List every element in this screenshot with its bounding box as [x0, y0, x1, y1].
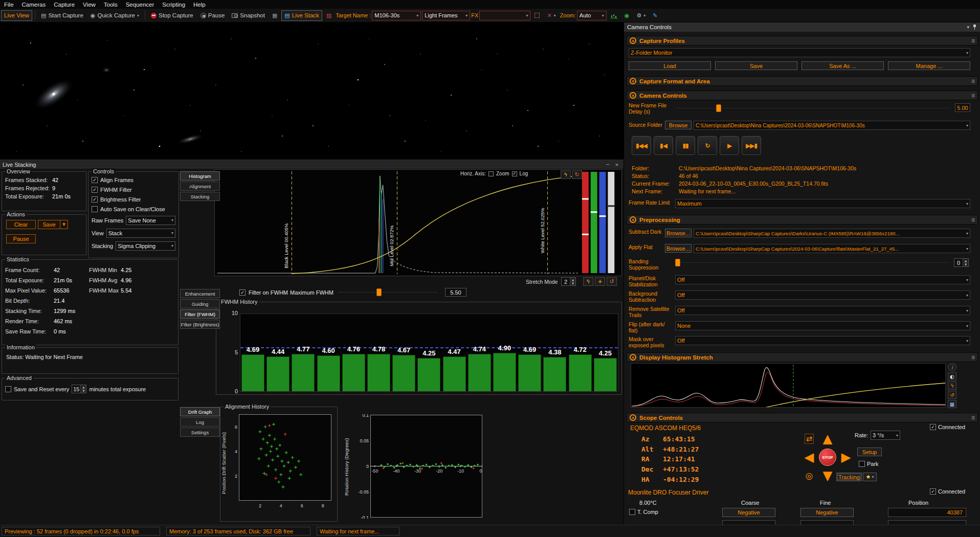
- view-select[interactable]: Stack▾: [106, 229, 175, 238]
- spin-up-icon[interactable]: ▲: [963, 259, 968, 263]
- reset-levels-icon[interactable]: ↺: [607, 277, 617, 286]
- delay-value[interactable]: 5.00: [955, 103, 970, 112]
- zoom-select[interactable]: Auto▾: [577, 11, 607, 20]
- subtract-dark-select[interactable]: C:\Users\pcast\Desktop\SharpCap Captures…: [694, 229, 970, 238]
- menu-item-capture[interactable]: Capture: [50, 0, 79, 9]
- spin-up-icon[interactable]: ▲: [81, 385, 86, 389]
- save-button[interactable]: Save: [38, 220, 60, 229]
- tab-alignment[interactable]: Alignment: [180, 182, 220, 191]
- zoom-checkbox[interactable]: [488, 171, 494, 176]
- histogram-tool-button[interactable]: [608, 10, 620, 21]
- slider-thumb[interactable]: [716, 104, 721, 112]
- skip-to-last-button[interactable]: ▶▶▮: [742, 136, 761, 155]
- slew-right-button[interactable]: ▶: [837, 449, 855, 466]
- skip-to-first-button[interactable]: ▮◀◀: [632, 136, 651, 155]
- collapse-icon[interactable]: ∧: [630, 216, 636, 223]
- filter-on-fwhm-checkbox[interactable]: ✓: [239, 289, 246, 296]
- capture-format-header[interactable]: ∨ Capture Format and Area ≡: [627, 76, 978, 86]
- display-button[interactable]: ▦: [269, 10, 280, 21]
- quick-capture-button[interactable]: ◉Quick Capture▾: [87, 10, 142, 21]
- menu-item-sequencer[interactable]: Sequencer: [122, 0, 159, 9]
- settings-button[interactable]: ⚙▾: [633, 10, 649, 21]
- collapse-icon[interactable]: ∧: [630, 37, 636, 44]
- live-stack-button[interactable]: ▤Live Stack: [281, 10, 322, 21]
- menu-item-help[interactable]: Help: [189, 0, 210, 9]
- tab-drift-graph[interactable]: Drift Graph: [180, 407, 220, 416]
- menu-item-cameras[interactable]: Cameras: [18, 0, 50, 9]
- tab-stacking[interactable]: Stacking: [180, 192, 220, 201]
- log-checkbox[interactable]: ✓: [512, 171, 517, 176]
- browse-button[interactable]: Browse: [665, 121, 692, 129]
- fine-negative-button[interactable]: Negative: [800, 508, 854, 517]
- raw-frames-select[interactable]: Save None▾: [126, 216, 175, 225]
- clear-fx-button[interactable]: ✕▾: [544, 10, 559, 21]
- snapshot-button[interactable]: Snapshot: [229, 10, 268, 21]
- maximum-fwhm-value[interactable]: 5.50: [445, 288, 466, 297]
- slider-thumb[interactable]: [376, 288, 382, 296]
- channel-level-bars[interactable]: [582, 172, 614, 273]
- annotation-button[interactable]: ▨: [323, 10, 335, 21]
- auto-stretch-icon[interactable]: ϟ: [561, 170, 571, 179]
- clear-button[interactable]: Clear: [6, 220, 36, 229]
- save-options-icon[interactable]: ▼: [60, 220, 68, 229]
- clipped-control[interactable]: [888, 520, 966, 525]
- clipped-control[interactable]: [800, 520, 854, 525]
- save-button[interactable]: Save: [715, 61, 797, 70]
- auto-stretch-icon[interactable]: ϟ: [948, 382, 956, 390]
- reset-minutes-spinner[interactable]: 15▲▼: [72, 385, 86, 393]
- slew-down-button[interactable]: ▼: [819, 467, 836, 484]
- pin-icon[interactable]: [972, 24, 977, 30]
- frame-rate-select[interactable]: Maximum▾: [675, 199, 970, 208]
- stacking-select[interactable]: Sigma Clipping▾: [116, 241, 175, 251]
- save-reset-checkbox[interactable]: [5, 386, 11, 392]
- maximum-fwhm-slider[interactable]: [338, 288, 438, 296]
- start-capture-button[interactable]: ▤Start Capture: [38, 10, 86, 21]
- live-view-button[interactable]: Live View: [1, 10, 32, 21]
- tracking-button[interactable]: Tracking: [836, 473, 862, 481]
- section-menu-icon[interactable]: ≡: [971, 354, 975, 361]
- spin-down-icon[interactable]: ▼: [963, 263, 968, 267]
- scope-connected-checkbox[interactable]: ✓: [930, 424, 936, 430]
- tracking-rate-select[interactable]: ★▾: [863, 473, 877, 481]
- minimize-icon[interactable]: ─: [604, 161, 612, 168]
- banding-slider[interactable]: [675, 259, 950, 266]
- profile-select[interactable]: Z-Folder Monitor▾: [629, 48, 970, 57]
- manage-button[interactable]: Manage ...: [888, 61, 970, 70]
- save-stretch-icon[interactable]: ▦: [948, 400, 956, 408]
- refresh-histogram-icon[interactable]: ↻: [572, 170, 582, 179]
- menu-item-tools[interactable]: Tools: [100, 0, 122, 9]
- brightness-filter-checkbox[interactable]: ✓: [92, 196, 98, 203]
- spin-down-icon[interactable]: ▼: [570, 282, 575, 286]
- contrast-icon[interactable]: ◐: [948, 372, 956, 381]
- collapse-icon[interactable]: ∧: [630, 354, 636, 361]
- menu-item-scripting[interactable]: Scripting: [158, 0, 189, 9]
- preprocessing-header[interactable]: ∧ Preprocessing ≡: [627, 215, 978, 225]
- slider-thumb[interactable]: [675, 259, 680, 266]
- spin-down-icon[interactable]: ▼: [81, 389, 86, 393]
- slew-up-button[interactable]: ▲: [819, 430, 836, 448]
- collapse-icon[interactable]: ∧: [630, 92, 636, 99]
- camera-controls-header[interactable]: ∧ Camera Controls ≡: [627, 91, 978, 100]
- tab-filter-fwhm[interactable]: Filter (FWHM): [180, 309, 220, 319]
- tab-log[interactable]: Log: [180, 417, 220, 427]
- flip-after-dark-flat-select[interactable]: None▾: [675, 321, 970, 330]
- expand-icon[interactable]: ∨: [630, 78, 636, 84]
- align-frames-checkbox[interactable]: ✓: [92, 177, 98, 183]
- pause-button[interactable]: Pause: [197, 10, 228, 21]
- previous-frame-button[interactable]: ▮◀: [654, 136, 673, 155]
- coarse-negative-button[interactable]: Negative: [722, 508, 775, 517]
- pause-monitoring-button[interactable]: ▮▮: [676, 136, 695, 155]
- mask-over-exposed-pixels-select[interactable]: Off▾: [675, 336, 970, 345]
- play-button[interactable]: ▶: [720, 136, 739, 155]
- close-icon[interactable]: ×: [613, 161, 621, 168]
- fx-select[interactable]: ▾: [479, 11, 530, 20]
- menu-item-file[interactable]: File: [0, 0, 18, 9]
- goto-target-button[interactable]: ◎: [800, 467, 818, 484]
- info-icon[interactable]: i: [948, 363, 956, 371]
- target-name-select[interactable]: M106-30s▾: [372, 11, 421, 20]
- rate-select[interactable]: 3 °/s▾: [871, 431, 900, 440]
- section-menu-icon[interactable]: ≡: [971, 216, 975, 223]
- tab-enhancement[interactable]: Enhancement: [180, 289, 220, 298]
- park-checkbox[interactable]: [859, 461, 865, 467]
- section-menu-icon[interactable]: ≡: [971, 37, 975, 44]
